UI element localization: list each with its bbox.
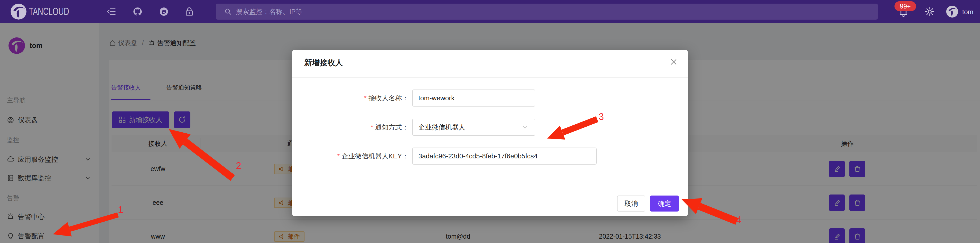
search-icon	[224, 8, 232, 15]
brand-name[interactable]: TANCLOUD	[29, 6, 69, 17]
username-label[interactable]: tom	[962, 8, 973, 16]
menu-fold-icon[interactable]	[107, 7, 116, 16]
form-row-recipient-name: 接收人名称 tom-wework	[292, 89, 688, 107]
search-input[interactable]: 搜索监控：名称、IP等	[216, 3, 878, 19]
search-placeholder: 搜索监控：名称、IP等	[236, 7, 302, 16]
notify-method-value: 企业微信机器人	[418, 123, 465, 132]
annotation-number-3: 3	[599, 112, 604, 122]
form-row-wework-key: 企业微信机器人KEY 3adafc96-23d0-4cd5-8feb-17f6e…	[292, 147, 688, 165]
top-navbar: TANCLOUD 搜索监控：名称、IP等 99+	[0, 0, 980, 23]
notify-method-select[interactable]: 企业微信机器人	[412, 119, 535, 136]
recipient-name-input[interactable]: tom-wework	[412, 90, 535, 107]
brand-logo-icon[interactable]	[10, 3, 27, 20]
app-window: TANCLOUD 搜索监控：名称、IP等 99+	[0, 0, 980, 243]
cancel-button[interactable]: 取消	[617, 195, 645, 211]
gitee-icon[interactable]	[159, 7, 169, 16]
annotation-number-1: 1	[118, 204, 123, 215]
modal-title: 新增接收人	[304, 58, 343, 68]
notification-count-badge: 99+	[894, 1, 916, 11]
field-label: 企业微信机器人KEY	[292, 152, 409, 161]
chevron-down-icon	[522, 124, 528, 130]
add-recipient-modal: 新增接收人 接收人名称 tom-wework 通知方式 企业微信机器人 企业微信…	[292, 50, 688, 216]
wework-key-value: 3adafc96-23d0-4cd5-8feb-17f6e0b5fcs4	[418, 152, 538, 160]
github-icon[interactable]	[133, 7, 142, 16]
confirm-button[interactable]: 确定	[650, 195, 679, 211]
user-avatar[interactable]	[946, 6, 958, 18]
field-label: 接收人名称	[292, 94, 409, 103]
modal-header-divider	[292, 77, 688, 78]
lock-icon[interactable]	[185, 7, 194, 16]
annotation-number-2: 2	[236, 160, 241, 171]
recipient-name-value: tom-wework	[418, 94, 455, 102]
close-icon[interactable]	[670, 58, 678, 66]
modal-footer-divider	[292, 189, 688, 189]
form-row-notify-method: 通知方式 企业微信机器人	[292, 118, 688, 136]
annotation-number-4: 4	[736, 214, 741, 225]
wework-key-input[interactable]: 3adafc96-23d0-4cd5-8feb-17f6e0b5fcs4	[412, 147, 597, 165]
field-label: 通知方式	[292, 123, 409, 132]
gear-icon[interactable]	[925, 7, 935, 16]
